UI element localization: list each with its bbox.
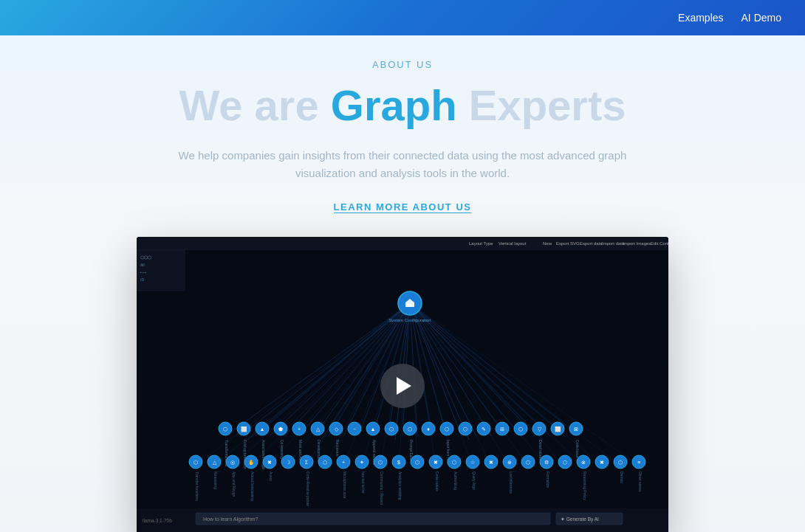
svg-text:⬡: ⬡ — [452, 460, 456, 465]
svg-text:☽: ☽ — [286, 460, 290, 465]
svg-text:✎: ✎ — [482, 426, 486, 432]
svg-text:⬡: ⬡ — [563, 460, 567, 465]
svg-text:≡: ≡ — [637, 460, 640, 465]
svg-text:Detail stores: Detail stores — [538, 440, 543, 460]
svg-text:Config: Config — [660, 241, 668, 246]
navbar: Examples AI Demo — [0, 0, 805, 35]
svg-text:Import Images: Import Images — [623, 241, 651, 246]
svg-text:⬡: ⬡ — [445, 426, 449, 432]
svg-rect-58 — [408, 304, 412, 307]
svg-text:List Inference: List Inference — [509, 471, 513, 494]
svg-text:More and AI: More and AI — [298, 440, 303, 460]
svg-text:⬜: ⬜ — [555, 426, 561, 432]
svg-text:⬡: ⬡ — [618, 460, 623, 465]
svg-text:−: − — [353, 426, 356, 432]
svg-text:⬡⬡⬡: ⬡⬡⬡ — [140, 255, 151, 260]
svg-text:Auxor: Auxor — [269, 471, 273, 481]
svg-text:Σ: Σ — [305, 460, 309, 465]
svg-text:+: + — [298, 426, 301, 432]
svg-text:All: All — [140, 263, 145, 267]
svg-text:+: + — [342, 460, 345, 465]
title-prefix: We are — [179, 81, 331, 129]
svg-text:✖: ✖ — [434, 460, 438, 465]
svg-text:⬡: ⬡ — [408, 426, 412, 432]
svg-text:⬡: ⬡ — [415, 460, 419, 465]
svg-text:llama-3.1-70b: llama-3.1-70b — [143, 518, 172, 523]
svg-text:⬡: ⬡ — [193, 460, 198, 465]
svg-text:Formalize: Formalize — [546, 471, 550, 488]
svg-text:☆: ☆ — [470, 460, 475, 465]
svg-text:▪ ▪ ▪: ▪ ▪ ▪ — [140, 270, 146, 274]
svg-text:◎: ◎ — [230, 460, 235, 465]
svg-text:Reasoning: Reasoning — [213, 471, 218, 489]
svg-text:Code-Resolve parser: Code-Resolve parser — [306, 471, 310, 507]
hero-title: We are Graph Experts — [0, 82, 805, 129]
svg-text:Export data: Export data — [580, 241, 603, 246]
nav-examples-link[interactable]: Examples — [678, 12, 723, 24]
nav-ai-demo-link[interactable]: AI Demo — [741, 12, 781, 24]
svg-text:System Configuration: System Configuration — [388, 318, 431, 322]
about-label: ABOUT US — [0, 59, 805, 70]
svg-text:⊗: ⊗ — [581, 460, 586, 465]
video-placeholder: System Configuration ⬡ ⬜ ▲ ⬟ + △ ◇ − — [137, 237, 668, 532]
svg-text:Code base: Code base — [575, 440, 580, 457]
svg-text:ID: ID — [140, 277, 144, 282]
nav-links: Examples AI Demo — [678, 12, 781, 24]
hero-section: ABOUT US We are Graph Experts We help co… — [0, 0, 805, 532]
svg-text:Other stores: Other stores — [638, 471, 643, 492]
svg-text:App and Keygo: App and Keygo — [232, 471, 236, 497]
video-play-button[interactable] — [380, 364, 425, 408]
svg-text:✖: ✖ — [267, 460, 272, 465]
title-highlight: Graph — [331, 81, 457, 129]
svg-text:⬡: ⬡ — [526, 460, 530, 465]
svg-text:How to learn Algorithm?: How to learn Algorithm? — [203, 517, 258, 522]
svg-text:▲: ▲ — [371, 426, 376, 432]
svg-text:Co-learning: Co-learning — [280, 440, 284, 459]
svg-text:Transformations: Transformations — [225, 440, 229, 466]
svg-text:Append related: Append related — [372, 440, 377, 465]
svg-text:Authorizing: Authorizing — [453, 471, 458, 490]
svg-text:Demos: Demos — [620, 471, 624, 483]
svg-text:⬡: ⬡ — [463, 426, 467, 432]
svg-text:$: $ — [397, 460, 400, 465]
svg-text:Actual forecasting: Actual forecasting — [250, 471, 255, 501]
svg-text:✋: ✋ — [248, 459, 255, 466]
svg-text:has bot to list: has bot to list — [361, 471, 366, 494]
svg-text:⬟: ⬟ — [278, 426, 283, 432]
svg-text:Code tables: Code tables — [435, 471, 439, 491]
svg-text:Microphone size: Microphone size — [343, 471, 347, 499]
svg-text:Prompt Editor: Prompt Editor — [409, 440, 414, 463]
svg-text:▲: ▲ — [260, 426, 265, 432]
svg-text:Analytics working: Analytics working — [398, 471, 402, 500]
svg-text:Development: Development — [317, 440, 321, 462]
svg-text:Fold up processor: Fold up processor — [243, 440, 247, 469]
svg-text:Recursion: Recursion — [335, 440, 340, 457]
svg-text:⊕: ⊕ — [507, 460, 512, 465]
svg-text:Reasoning Policy: Reasoning Policy — [583, 471, 587, 500]
hero-cta-link[interactable]: LEARN MORE ABOUT US — [334, 201, 472, 213]
svg-text:⬡: ⬡ — [518, 426, 523, 432]
svg-text:⬡: ⬡ — [323, 460, 327, 465]
svg-text:⬡: ⬡ — [389, 426, 394, 432]
svg-text:⬜: ⬜ — [241, 426, 247, 432]
video-container: System Configuration ⬡ ⬜ ▲ ⬟ + △ ◇ − — [137, 237, 668, 532]
svg-text:⊠: ⊠ — [574, 426, 578, 432]
svg-text:Edit: Edit — [651, 241, 659, 246]
svg-text:⬡: ⬡ — [223, 426, 227, 432]
svg-text:✦: ✦ — [360, 460, 364, 465]
svg-text:⬡: ⬡ — [378, 460, 383, 465]
svg-text:✖: ✖ — [489, 460, 493, 465]
svg-text:⚙: ⚙ — [544, 460, 549, 465]
svg-text:New: New — [543, 241, 552, 246]
play-icon — [397, 377, 411, 395]
svg-text:Layout Type: Layout Type — [469, 241, 493, 246]
svg-text:♦: ♦ — [427, 426, 430, 432]
svg-text:✦ Generate By AI: ✦ Generate By AI — [561, 517, 599, 522]
svg-text:⊞: ⊞ — [500, 426, 504, 432]
svg-text:Associative Plugin: Associative Plugin — [261, 440, 266, 470]
svg-text:✖: ✖ — [600, 460, 604, 465]
svg-text:Input from new: Input from new — [446, 440, 451, 464]
svg-text:Query Algo: Query Algo — [472, 471, 476, 490]
title-suffix: Experts — [457, 81, 626, 129]
svg-text:Vertical layout: Vertical layout — [499, 241, 527, 246]
